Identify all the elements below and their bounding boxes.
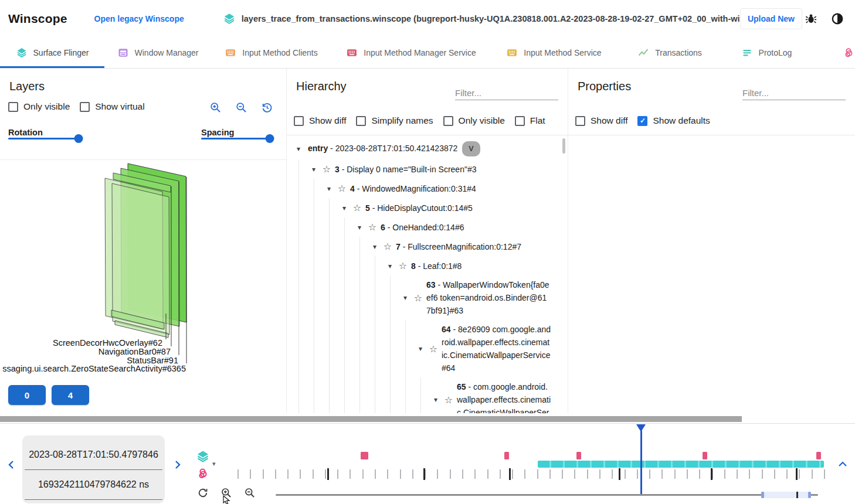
checkbox-only-visible[interactable]: Only visible: [443, 115, 505, 126]
indent-guide: [383, 377, 398, 413]
expand-arrow-icon[interactable]: ▾: [413, 345, 428, 353]
transition-marker[interactable]: [816, 452, 821, 459]
pin-star-icon[interactable]: ☆: [321, 164, 333, 175]
checkbox-show-defaults[interactable]: Show defaults: [637, 115, 710, 126]
spacing-slider[interactable]: [201, 134, 270, 142]
collapse-timeline-button[interactable]: [837, 460, 848, 468]
pin-star-icon[interactable]: ☆: [382, 241, 393, 252]
transition-marker[interactable]: [703, 452, 707, 459]
expand-arrow-icon[interactable]: ▾: [291, 145, 306, 153]
timeline-canvas[interactable]: [238, 448, 824, 498]
timeline-range-slider[interactable]: [276, 494, 818, 496]
transition-marker[interactable]: [504, 452, 509, 459]
tree-node[interactable]: ▾☆8 - Leaf:0:1#8: [291, 256, 552, 275]
rect-id-button-0[interactable]: 0: [8, 385, 46, 405]
tab-input-method-clients[interactable]: Input Method Clients: [211, 38, 331, 68]
ns-timestamp-field[interactable]: 1693242110479784622 ns: [25, 470, 162, 500]
expand-arrow-icon[interactable]: ▾: [337, 204, 351, 212]
report-bug-button[interactable]: [802, 10, 820, 28]
caret-down-icon[interactable]: ▾: [212, 460, 216, 468]
pin-star-icon[interactable]: ☆: [412, 292, 424, 304]
slider-fill: [8, 138, 79, 139]
pin-star-icon[interactable]: ☆: [367, 222, 378, 233]
tree-node[interactable]: ▾☆5 - HideDisplayCutout:0:14#5: [291, 198, 552, 217]
checkbox-show-diff[interactable]: Show diff: [294, 115, 346, 126]
expand-arrow-icon[interactable]: ▾: [368, 243, 382, 251]
expand-arrow-icon[interactable]: ▾: [429, 396, 443, 404]
tree-node[interactable]: ▾☆4 - WindowedMagnification:0:31#4: [291, 179, 552, 198]
tree-node[interactable]: ▾☆6 - OneHanded:0:14#6: [291, 217, 552, 237]
tree-node[interactable]: ▾☆65 - com.google.android.wallpaper.effe…: [291, 377, 552, 413]
checkbox-show-virtual[interactable]: Show virtual: [80, 101, 144, 112]
pin-star-icon[interactable]: ☆: [397, 260, 409, 271]
horizontal-scrollbar[interactable]: [0, 416, 742, 422]
properties-filter-input[interactable]: [742, 86, 846, 100]
human-timestamp-field[interactable]: 2023-08-28T17:01:50.4797846: [25, 440, 162, 470]
range-handle-left[interactable]: [761, 492, 764, 498]
refresh-button[interactable]: [197, 487, 209, 499]
tree-node[interactable]: ▾☆63 - WallpaperWindowToken{fa0eef6 toke…: [291, 275, 552, 320]
range-handle-right[interactable]: [808, 492, 811, 498]
divider: [287, 135, 568, 135]
checkbox-only-visible[interactable]: Only visible: [8, 101, 70, 112]
timeline-tick: [474, 469, 476, 479]
tab-protolog[interactable]: ProtoLog: [722, 38, 810, 68]
history-restore-icon: [261, 101, 273, 114]
upload-new-button[interactable]: Upload New: [740, 8, 802, 29]
expand-arrow-icon[interactable]: ▾: [398, 294, 412, 302]
indent-guide: [368, 256, 383, 275]
tab-input-method-manager-service[interactable]: Input Method Manager Service: [331, 38, 491, 68]
slider-thumb[interactable]: [266, 134, 274, 143]
tab-transitions[interactable]: Tra: [810, 38, 855, 68]
indent-guide: [291, 377, 307, 413]
hierarchy-scrollbar[interactable]: [562, 138, 565, 154]
pin-star-icon[interactable]: ☆: [351, 202, 363, 213]
timeline-tick: [487, 469, 488, 479]
pin-star-icon[interactable]: ☆: [443, 394, 454, 406]
open-legacy-link[interactable]: Open legacy Winscope: [94, 14, 184, 23]
hierarchy-filter-input[interactable]: [455, 86, 558, 100]
zoom-in-button[interactable]: [209, 101, 222, 114]
expand-arrow-icon[interactable]: ▾: [383, 262, 397, 270]
tab-label: Input Method Service: [524, 48, 601, 57]
tab-surface-flinger[interactable]: Surface Flinger: [0, 38, 104, 68]
active-traces-selector[interactable]: [196, 449, 210, 481]
timeline-tick: [313, 469, 314, 479]
tree-node-label: entry - 2023-08-28T17:01:50.421423872V: [306, 138, 552, 159]
tab-transactions[interactable]: Transactions: [617, 38, 722, 68]
dark-mode-toggle[interactable]: [828, 9, 847, 28]
expand-arrow-icon[interactable]: ▾: [352, 223, 367, 231]
transition-marker[interactable]: [361, 452, 368, 459]
prev-entry-button[interactable]: [6, 459, 18, 471]
tab-window-manager[interactable]: Window Manager: [104, 38, 211, 68]
indent-guide: [352, 256, 368, 275]
pin-star-icon[interactable]: ☆: [428, 343, 439, 355]
tree-node[interactable]: ▾☆64 - 8e26909 com.google.android.wallpa…: [291, 320, 552, 377]
pin-star-icon[interactable]: ☆: [336, 183, 348, 194]
zoom-out-button[interactable]: [235, 101, 247, 114]
tree-node[interactable]: ▾☆7 - FullscreenMagnification:0:12#7: [291, 237, 552, 256]
line-chart-icon: [637, 47, 649, 59]
checkbox-flat[interactable]: Flat: [515, 115, 545, 126]
expand-arrow-icon[interactable]: ▾: [322, 185, 336, 193]
checkbox-show-diff[interactable]: Show diff: [575, 115, 627, 126]
next-entry-button[interactable]: [171, 459, 183, 471]
layer-rect-3d[interactable]: [112, 183, 169, 335]
range-selection[interactable]: [761, 492, 811, 498]
tab-input-method-service[interactable]: Input Method Service: [491, 38, 617, 68]
tree-node-label: 65 - com.google.android.wallpaper.effect…: [454, 377, 552, 413]
slider-thumb[interactable]: [74, 134, 83, 143]
indent-guide: [291, 256, 307, 275]
tree-node[interactable]: ▾entry - 2023-08-28T17:01:50.421423872V: [291, 138, 552, 159]
checkbox-simplify-names[interactable]: Simplify names: [356, 115, 433, 126]
tree-node[interactable]: ▾☆3 - Display 0 name="Built-in Screen"#3: [291, 159, 552, 179]
expand-arrow-icon[interactable]: ▾: [307, 165, 321, 173]
properties-title: Properties: [578, 80, 631, 93]
reset-view-button[interactable]: [261, 101, 273, 114]
tab-label: Transactions: [655, 48, 702, 57]
rect-id-button-4[interactable]: 4: [52, 385, 89, 405]
timeline-tick: [687, 469, 688, 479]
rotation-slider[interactable]: [8, 134, 79, 142]
transition-marker[interactable]: [576, 452, 581, 459]
sf-trace-segment[interactable]: [538, 461, 824, 468]
